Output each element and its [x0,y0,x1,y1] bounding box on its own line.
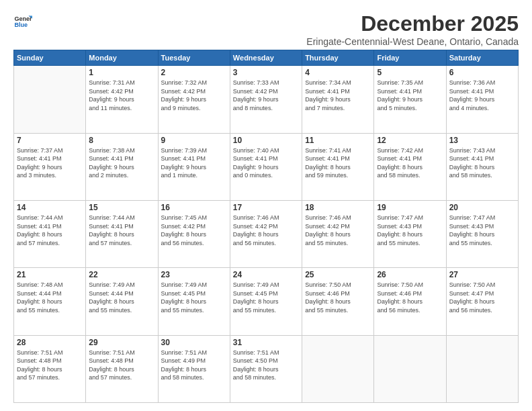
svg-text:Blue: Blue [14,21,28,28]
calendar-week-3: 14Sunrise: 7:44 AM Sunset: 4:41 PM Dayli… [14,200,519,267]
day-number: 23 [161,270,227,279]
calendar-cell: 8Sunrise: 7:38 AM Sunset: 4:41 PM Daylig… [86,133,158,200]
day-info: Sunrise: 7:42 AM Sunset: 4:41 PM Dayligh… [377,146,443,180]
day-number: 25 [305,270,371,279]
day-number: 15 [89,203,154,212]
calendar-cell: 11Sunrise: 7:41 AM Sunset: 4:41 PM Dayli… [302,133,374,200]
day-info: Sunrise: 7:44 AM Sunset: 4:41 PM Dayligh… [89,214,154,247]
calendar-cell: 23Sunrise: 7:49 AM Sunset: 4:45 PM Dayli… [158,268,230,335]
day-info: Sunrise: 7:50 AM Sunset: 4:46 PM Dayligh… [305,281,371,314]
header-friday: Friday [374,50,446,66]
calendar-week-2: 7Sunrise: 7:37 AM Sunset: 4:41 PM Daylig… [14,133,519,200]
day-info: Sunrise: 7:39 AM Sunset: 4:41 PM Dayligh… [161,146,227,180]
day-number: 10 [233,136,299,145]
weekday-header-row: Sunday Monday Tuesday Wednesday Thursday… [14,50,519,66]
day-number: 30 [161,338,227,347]
calendar-cell: 4Sunrise: 7:34 AM Sunset: 4:41 PM Daylig… [302,66,374,133]
day-number: 8 [89,136,154,145]
day-info: Sunrise: 7:48 AM Sunset: 4:44 PM Dayligh… [17,281,83,314]
day-info: Sunrise: 7:31 AM Sunset: 4:42 PM Dayligh… [89,79,154,112]
day-number: 13 [449,136,515,145]
day-info: Sunrise: 7:51 AM Sunset: 4:48 PM Dayligh… [89,349,154,382]
calendar-cell: 27Sunrise: 7:50 AM Sunset: 4:47 PM Dayli… [446,268,518,335]
day-info: Sunrise: 7:51 AM Sunset: 4:50 PM Dayligh… [233,349,299,382]
calendar-week-1: 1Sunrise: 7:31 AM Sunset: 4:42 PM Daylig… [14,66,519,133]
calendar-cell: 24Sunrise: 7:49 AM Sunset: 4:45 PM Dayli… [230,268,302,335]
day-number: 5 [377,68,443,77]
calendar-cell: 20Sunrise: 7:47 AM Sunset: 4:43 PM Dayli… [446,200,518,267]
calendar-cell: 12Sunrise: 7:42 AM Sunset: 4:41 PM Dayli… [374,133,446,200]
day-number: 24 [233,270,299,279]
calendar-cell [374,335,446,402]
day-number: 3 [233,68,299,77]
day-number: 14 [17,203,83,212]
day-number: 2 [161,68,227,77]
calendar-cell: 19Sunrise: 7:47 AM Sunset: 4:43 PM Dayli… [374,200,446,267]
day-info: Sunrise: 7:49 AM Sunset: 4:44 PM Dayligh… [89,281,154,314]
calendar-cell: 29Sunrise: 7:51 AM Sunset: 4:48 PM Dayli… [86,335,158,402]
day-info: Sunrise: 7:47 AM Sunset: 4:43 PM Dayligh… [377,214,443,247]
calendar-cell: 25Sunrise: 7:50 AM Sunset: 4:46 PM Dayli… [302,268,374,335]
calendar-cell: 31Sunrise: 7:51 AM Sunset: 4:50 PM Dayli… [230,335,302,402]
day-info: Sunrise: 7:51 AM Sunset: 4:49 PM Dayligh… [161,349,227,382]
day-number: 6 [449,68,515,77]
day-number: 31 [233,338,299,347]
calendar-cell: 1Sunrise: 7:31 AM Sunset: 4:42 PM Daylig… [86,66,158,133]
calendar-cell: 18Sunrise: 7:46 AM Sunset: 4:42 PM Dayli… [302,200,374,267]
calendar-cell: 16Sunrise: 7:45 AM Sunset: 4:42 PM Dayli… [158,200,230,267]
day-info: Sunrise: 7:43 AM Sunset: 4:41 PM Dayligh… [449,146,515,180]
calendar-cell: 17Sunrise: 7:46 AM Sunset: 4:42 PM Dayli… [230,200,302,267]
day-number: 22 [89,270,154,279]
day-info: Sunrise: 7:36 AM Sunset: 4:41 PM Dayligh… [449,79,515,112]
day-info: Sunrise: 7:46 AM Sunset: 4:42 PM Dayligh… [305,214,371,247]
day-info: Sunrise: 7:32 AM Sunset: 4:42 PM Dayligh… [161,79,227,112]
calendar-cell: 3Sunrise: 7:33 AM Sunset: 4:42 PM Daylig… [230,66,302,133]
day-number: 27 [449,270,515,279]
location-title: Eringate-Centennial-West Deane, Ontario,… [306,36,519,47]
header-monday: Monday [86,50,158,66]
calendar-cell: 26Sunrise: 7:50 AM Sunset: 4:46 PM Dayli… [374,268,446,335]
day-number: 18 [305,203,371,212]
calendar-cell: 6Sunrise: 7:36 AM Sunset: 4:41 PM Daylig… [446,66,518,133]
calendar-cell [446,335,518,402]
page: General Blue December 2025 Eringate-Cent… [0,0,532,411]
calendar-cell: 13Sunrise: 7:43 AM Sunset: 4:41 PM Dayli… [446,133,518,200]
day-info: Sunrise: 7:47 AM Sunset: 4:43 PM Dayligh… [449,214,515,247]
calendar-cell: 2Sunrise: 7:32 AM Sunset: 4:42 PM Daylig… [158,66,230,133]
calendar-week-4: 21Sunrise: 7:48 AM Sunset: 4:44 PM Dayli… [14,268,519,335]
day-info: Sunrise: 7:49 AM Sunset: 4:45 PM Dayligh… [233,281,299,314]
calendar-table: Sunday Monday Tuesday Wednesday Thursday… [13,50,519,403]
day-info: Sunrise: 7:34 AM Sunset: 4:41 PM Dayligh… [305,79,371,112]
calendar-cell: 28Sunrise: 7:51 AM Sunset: 4:48 PM Dayli… [14,335,86,402]
calendar-cell: 10Sunrise: 7:40 AM Sunset: 4:41 PM Dayli… [230,133,302,200]
calendar-cell: 30Sunrise: 7:51 AM Sunset: 4:49 PM Dayli… [158,335,230,402]
day-info: Sunrise: 7:49 AM Sunset: 4:45 PM Dayligh… [161,281,227,314]
day-number: 26 [377,270,443,279]
calendar-cell: 21Sunrise: 7:48 AM Sunset: 4:44 PM Dayli… [14,268,86,335]
header-wednesday: Wednesday [230,50,302,66]
logo: General Blue [13,12,34,31]
calendar-week-5: 28Sunrise: 7:51 AM Sunset: 4:48 PM Dayli… [14,335,519,402]
day-info: Sunrise: 7:38 AM Sunset: 4:41 PM Dayligh… [89,146,154,180]
logo-icon: General Blue [13,12,32,31]
day-info: Sunrise: 7:41 AM Sunset: 4:41 PM Dayligh… [305,146,371,180]
day-number: 11 [305,136,371,145]
header: General Blue December 2025 Eringate-Cent… [13,12,519,47]
day-number: 7 [17,136,83,145]
day-number: 28 [17,338,83,347]
day-number: 1 [89,68,154,77]
day-number: 21 [17,270,83,279]
header-thursday: Thursday [302,50,374,66]
calendar-cell: 15Sunrise: 7:44 AM Sunset: 4:41 PM Dayli… [86,200,158,267]
month-title: December 2025 [306,12,519,36]
day-number: 29 [89,338,154,347]
day-number: 9 [161,136,227,145]
day-number: 20 [449,203,515,212]
day-number: 12 [377,136,443,145]
calendar-cell: 14Sunrise: 7:44 AM Sunset: 4:41 PM Dayli… [14,200,86,267]
calendar-cell: 7Sunrise: 7:37 AM Sunset: 4:41 PM Daylig… [14,133,86,200]
day-number: 17 [233,203,299,212]
day-info: Sunrise: 7:50 AM Sunset: 4:46 PM Dayligh… [377,281,443,314]
day-info: Sunrise: 7:50 AM Sunset: 4:47 PM Dayligh… [449,281,515,314]
day-number: 19 [377,203,443,212]
